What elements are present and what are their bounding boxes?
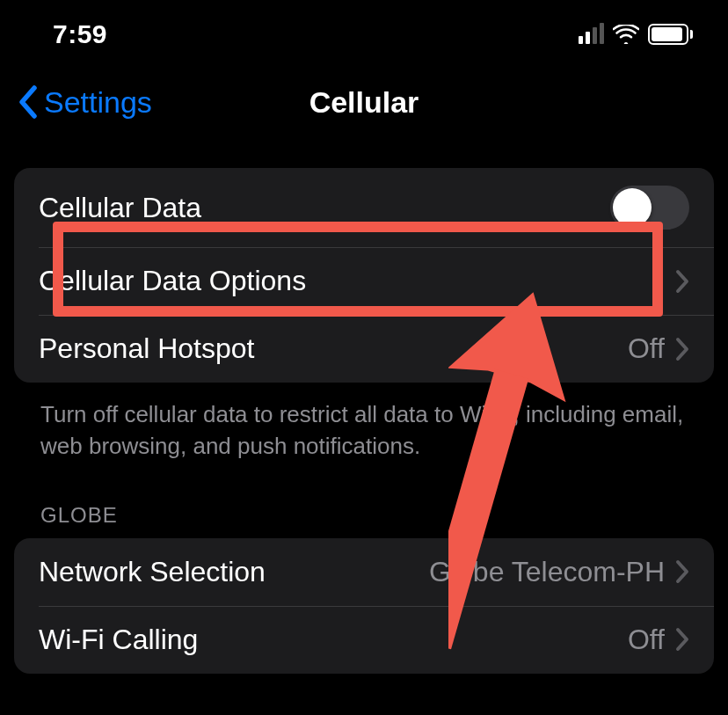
- back-button[interactable]: Settings: [18, 85, 152, 120]
- row-label: Network Selection: [39, 556, 266, 588]
- settings-group-carrier: Network Selection Globe Telecom-PH Wi-Fi…: [14, 538, 714, 674]
- chevron-right-icon: [675, 337, 689, 361]
- section-header-carrier: GLOBE: [14, 463, 714, 538]
- content: Cellular Data Cellular Data Options Pers…: [0, 137, 728, 674]
- row-label: Cellular Data: [39, 192, 201, 224]
- cellular-signal-icon: [579, 25, 604, 44]
- row-cellular-data-options[interactable]: Cellular Data Options: [14, 247, 714, 315]
- status-icons: [579, 24, 693, 45]
- status-time: 7:59: [53, 19, 107, 49]
- battery-icon: [648, 24, 693, 45]
- row-label: Cellular Data Options: [39, 265, 306, 297]
- cellular-data-toggle[interactable]: [610, 186, 689, 230]
- settings-group-cellular: Cellular Data Cellular Data Options Pers…: [14, 168, 714, 383]
- status-bar: 7:59: [0, 0, 728, 58]
- wifi-icon: [613, 25, 639, 44]
- nav-header: Settings Cellular: [0, 58, 728, 137]
- page-title: Cellular: [309, 85, 419, 120]
- chevron-right-icon: [675, 627, 689, 652]
- row-cellular-data[interactable]: Cellular Data: [14, 168, 714, 247]
- row-label: Personal Hotspot: [39, 332, 254, 365]
- row-label: Wi-Fi Calling: [39, 624, 198, 656]
- row-personal-hotspot[interactable]: Personal Hotspot Off: [14, 315, 714, 383]
- row-value: Off: [628, 332, 665, 365]
- row-network-selection[interactable]: Network Selection Globe Telecom-PH: [14, 538, 714, 606]
- chevron-right-icon: [675, 559, 689, 584]
- row-value: Globe Telecom-PH: [429, 556, 665, 588]
- chevron-right-icon: [675, 269, 689, 294]
- toggle-knob-icon: [613, 188, 652, 227]
- chevron-left-icon: [18, 85, 39, 119]
- group-footer-text: Turn off cellular data to restrict all d…: [14, 383, 714, 463]
- row-value: Off: [628, 624, 665, 656]
- row-wifi-calling[interactable]: Wi-Fi Calling Off: [14, 606, 714, 674]
- back-label: Settings: [44, 85, 152, 120]
